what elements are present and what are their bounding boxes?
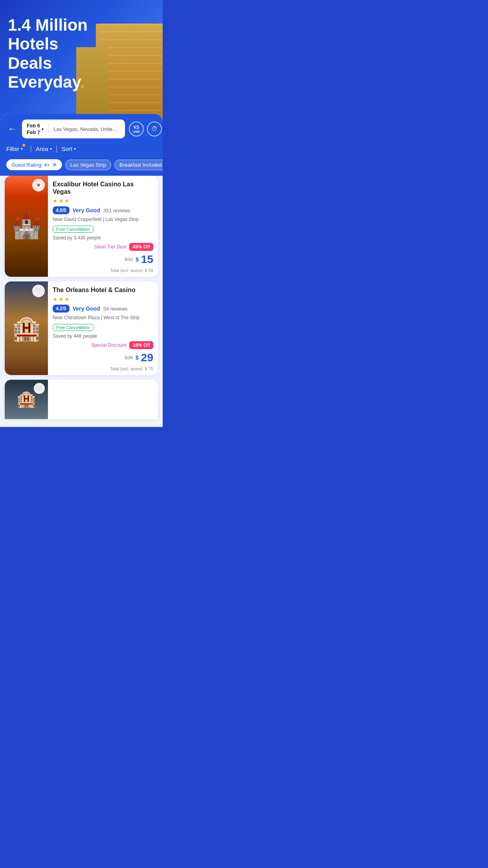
date-to: Feb 7 xyxy=(27,129,40,135)
saved-by-excalibur: Saved by 3,436 people xyxy=(53,235,153,241)
star-2: ★ xyxy=(59,296,64,302)
sort-label: Sort xyxy=(61,145,72,152)
filter-button[interactable]: Filter ▾ xyxy=(6,144,26,154)
partial-hotel-image: 🏨 ♡ xyxy=(5,380,48,419)
current-price-excalibur: 15 xyxy=(141,253,153,266)
tag-las-vegas-strip-label: Las Vegas Strip xyxy=(70,162,106,168)
total-price-orleans: Total (incl. taxes): $ 75 xyxy=(53,366,153,371)
off-badge-orleans: 18% Off xyxy=(129,341,153,349)
price-sign-excalibur: $ xyxy=(136,256,139,263)
total-price-excalibur: Total (incl. taxes): $ 59 xyxy=(53,268,153,273)
currency-icon: ¥$ xyxy=(134,124,139,130)
hero-section: 1.4 Million Hotels Deals Everyday. xyxy=(0,0,163,126)
partial-hotel-icon: 🏨 xyxy=(17,390,36,408)
partial-hotel-info xyxy=(48,380,158,419)
reviews-count-excalibur: 351 reviews xyxy=(103,208,130,213)
date-part: Feb 6 Feb 7 xyxy=(27,123,40,135)
hotel-image-excalibur: ♥ xyxy=(5,176,48,277)
rating-badge-excalibur: 4.0/5 xyxy=(53,206,70,214)
tag-las-vegas-strip[interactable]: Las Vegas Strip xyxy=(65,160,111,170)
star-1: ★ xyxy=(53,296,58,302)
partial-heart-button[interactable]: ♡ xyxy=(34,383,45,394)
area-label: Area xyxy=(36,145,48,152)
tags-row: Guest Rating: 4+ ✕ Las Vegas Strip Break… xyxy=(0,159,163,176)
back-button[interactable]: ← xyxy=(6,123,18,135)
price-sign-orleans: $ xyxy=(136,355,139,361)
price-row-excalibur: $32 $ 15 xyxy=(53,253,153,266)
rating-row-orleans: 4.2/5 Very Good 54 reviews xyxy=(53,305,153,313)
partial-heart-icon: ♡ xyxy=(37,385,42,392)
area-chevron-icon: ▾ xyxy=(50,147,52,151)
hotel-card-excalibur[interactable]: ♥ Excalibur Hotel Casino Las Vegas ★ ★ ★… xyxy=(5,176,158,277)
history-icon: ⏱ xyxy=(151,125,158,132)
heart-filled-icon: ♥ xyxy=(37,182,40,189)
deal-type-excalibur: Silver Tier Deal xyxy=(94,244,126,250)
sort-button[interactable]: Sort ▾ xyxy=(61,145,76,152)
tag-breakfast[interactable]: Breakfast Included xyxy=(114,160,163,170)
date-location-input[interactable]: Feb 6 Feb 7 ▾ Las Vegas, Nevada, United … xyxy=(22,120,125,138)
favorite-button-excalibur[interactable]: ♥ xyxy=(32,179,45,191)
free-cancellation-orleans: Free Cancellation xyxy=(53,324,153,331)
location-text: Las Vegas, Nevada, United S... xyxy=(53,126,120,132)
rating-label-orleans: Very Good xyxy=(73,305,100,312)
excalibur-image-placeholder xyxy=(5,176,48,277)
hotel-card-partial[interactable]: 🏨 ♡ xyxy=(5,380,158,419)
price-row-orleans: $36 $ 29 xyxy=(53,351,153,364)
hotel-info-excalibur: Excalibur Hotel Casino Las Vegas ★ ★ ★ 4… xyxy=(48,176,158,277)
original-price-orleans: $36 xyxy=(125,355,133,360)
hotels-section: ♥ Excalibur Hotel Casino Las Vegas ★ ★ ★… xyxy=(0,176,163,419)
hotel-card-orleans[interactable]: ♡ The Orleans Hotel & Casino ★ ★ ★ 4.2/5… xyxy=(5,281,158,375)
original-price-excalibur: $32 xyxy=(125,256,133,262)
filter-bar: Filter ▾ | Area ▾ | Sort ▾ xyxy=(0,144,163,159)
tag-guest-rating-label: Guest Rating: 4+ xyxy=(11,162,50,168)
rating-row-excalibur: 4.0/5 Very Good 351 reviews xyxy=(53,206,153,214)
tag-guest-rating-close[interactable]: ✕ xyxy=(52,162,57,168)
filter-divider-1: | xyxy=(30,145,32,153)
filter-divider-2: | xyxy=(56,145,58,153)
date-divider xyxy=(48,123,49,135)
currency-label: USD xyxy=(132,130,140,134)
search-bar: ← Feb 6 Feb 7 ▾ Las Vegas, Nevada, Unite… xyxy=(0,114,163,144)
star-2: ★ xyxy=(59,198,64,204)
deal-row-excalibur: Silver Tier Deal 49% Off xyxy=(53,243,153,251)
location-info-orleans: Near Chinatown Plaza | West of The Strip xyxy=(53,315,153,321)
rating-label-excalibur: Very Good xyxy=(73,207,100,213)
current-price-orleans: 29 xyxy=(141,351,153,364)
tag-breakfast-label: Breakfast Included xyxy=(119,162,162,168)
hotel-name-excalibur: Excalibur Hotel Casino Las Vegas xyxy=(53,180,153,195)
history-button[interactable]: ⏱ xyxy=(147,121,162,136)
saved-by-orleans: Saved by 448 people xyxy=(53,333,153,339)
free-cancellation-excalibur: Free Cancellation xyxy=(53,225,153,233)
rating-badge-orleans: 4.2/5 xyxy=(53,305,70,313)
star-3: ★ xyxy=(64,296,70,302)
reviews-count-orleans: 54 reviews xyxy=(103,306,128,312)
hero-title-line1: 1.4 Million Hotels xyxy=(8,16,88,53)
filter-label: Filter xyxy=(6,145,19,152)
hotel-stars-excalibur: ★ ★ ★ xyxy=(53,198,153,204)
hotel-stars-orleans: ★ ★ ★ xyxy=(53,296,153,302)
tag-guest-rating[interactable]: Guest Rating: 4+ ✕ xyxy=(6,159,62,170)
star-1: ★ xyxy=(53,198,58,204)
toolbar-icons: ¥$ USD ⏱ xyxy=(129,121,162,136)
location-info-excalibur: Near David Copperfield | Las Vegas Strip xyxy=(53,217,153,223)
hotel-image-orleans: ♡ xyxy=(5,281,48,375)
favorite-button-orleans[interactable]: ♡ xyxy=(32,285,45,297)
filter-chevron-icon: ▾ xyxy=(21,147,23,151)
app-card: ← Feb 6 Feb 7 ▾ Las Vegas, Nevada, Unite… xyxy=(0,114,163,427)
sort-chevron-icon: ▾ xyxy=(74,147,76,151)
date-chevron-icon: ▾ xyxy=(42,127,44,131)
hero-dot: . xyxy=(80,73,85,91)
deal-row-orleans: Special Discount 18% Off xyxy=(53,341,153,349)
heart-empty-icon: ♡ xyxy=(36,287,41,294)
hotel-name-orleans: The Orleans Hotel & Casino xyxy=(53,286,153,294)
currency-button[interactable]: ¥$ USD xyxy=(129,121,144,136)
date-from: Feb 6 xyxy=(27,123,40,129)
area-button[interactable]: Area ▾ xyxy=(36,145,52,152)
filter-active-dot xyxy=(22,144,25,147)
off-badge-excalibur: 49% Off xyxy=(129,243,153,251)
hotel-info-orleans: The Orleans Hotel & Casino ★ ★ ★ 4.2/5 V… xyxy=(48,281,158,375)
hero-title-line2: Deals Everyday xyxy=(8,54,80,91)
star-3: ★ xyxy=(64,198,70,204)
deal-type-orleans: Special Discount xyxy=(91,342,126,348)
hero-title: 1.4 Million Hotels Deals Everyday. xyxy=(8,16,118,92)
